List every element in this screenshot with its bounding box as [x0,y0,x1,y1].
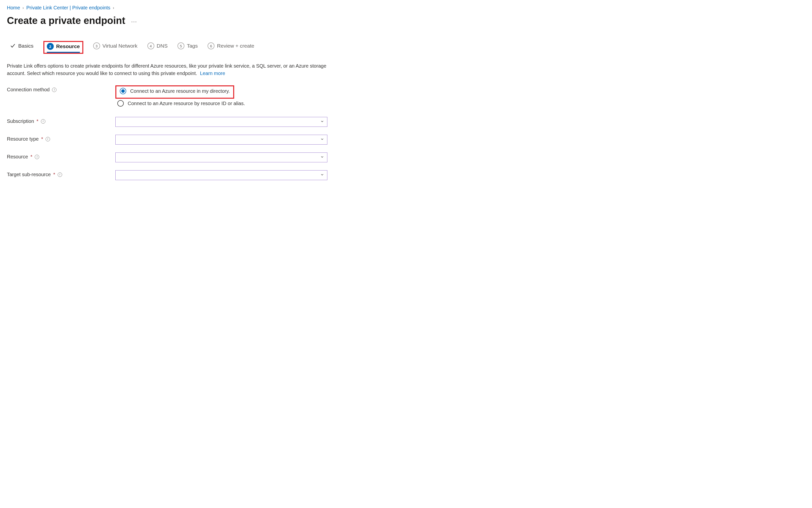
info-icon[interactable]: i [58,172,62,177]
label-target-sub-resource: Target sub-resource * i [7,170,115,177]
tab-label: Resource [56,43,80,49]
step-number-icon: 3 [93,42,100,49]
row-resource-type: Resource type * i [7,135,805,144]
chevron-down-icon [320,119,324,125]
description-text: Private Link offers options to create pr… [7,63,326,76]
radio-icon [120,88,126,94]
tab-review-create[interactable]: 6 Review + create [207,42,254,52]
required-asterisk: * [37,118,39,124]
required-asterisk: * [31,154,33,160]
page-title: Create a private endpoint [7,15,125,26]
learn-more-link[interactable]: Learn more [200,71,225,76]
info-icon[interactable]: i [35,155,39,159]
row-subscription: Subscription * i [7,117,805,127]
chevron-right-icon: › [113,6,114,10]
tab-virtual-network[interactable]: 3 Virtual Network [93,42,138,52]
breadcrumb: Home › Private Link Center | Private end… [7,5,805,11]
tab-label: DNS [157,43,168,49]
label-text: Target sub-resource [7,172,51,177]
dropdown-resource[interactable] [115,153,327,162]
row-target-sub-resource: Target sub-resource * i [7,170,805,180]
label-resource-type: Resource type * i [7,135,115,142]
tab-label: Review + create [217,43,254,49]
radio-connect-resource-id[interactable]: Connect to an Azure resource by resource… [115,99,327,108]
label-text: Connection method [7,87,50,92]
info-icon[interactable]: i [41,119,45,124]
label-text: Subscription [7,118,34,124]
checkmark-icon [10,43,16,49]
row-connection-method: Connection method i Connect to an Azure … [7,85,805,110]
required-asterisk: * [53,172,55,177]
wizard-tabs: Basics 2 Resource 3 Virtual Network 4 DN… [7,41,805,54]
chevron-right-icon: › [22,6,23,10]
dropdown-subscription[interactable] [115,117,327,127]
tab-description: Private Link offers options to create pr… [7,62,327,77]
label-resource: Resource * i [7,153,115,160]
breadcrumb-private-link-center[interactable]: Private Link Center | Private endpoints [27,5,110,11]
radio-label: Connect to an Azure resource by resource… [128,101,245,106]
dropdown-resource-type[interactable] [115,135,327,144]
title-row: Create a private endpoint ··· [7,15,805,26]
info-icon[interactable]: i [46,137,50,141]
tab-label: Tags [187,43,198,49]
tab-tags[interactable]: 5 Tags [178,42,198,52]
highlight-box: Connect to an Azure resource in my direc… [115,85,234,99]
radio-connect-directory[interactable]: Connect to an Azure resource in my direc… [118,86,232,96]
row-resource: Resource * i [7,153,805,162]
label-text: Resource type [7,136,39,142]
highlight-box: 2 Resource [43,41,83,54]
tab-label: Virtual Network [102,43,138,49]
tab-label: Basics [18,43,34,49]
chevron-down-icon [320,155,324,160]
step-number-icon: 5 [178,42,184,49]
breadcrumb-home[interactable]: Home [7,5,20,11]
step-number-icon: 6 [207,42,214,49]
required-asterisk: * [41,136,43,142]
label-text: Resource [7,154,28,160]
step-number-icon: 2 [47,43,54,50]
tab-basics[interactable]: Basics [10,43,34,52]
info-icon[interactable]: i [52,88,56,92]
label-subscription: Subscription * i [7,117,115,124]
step-number-icon: 4 [147,42,154,49]
radio-icon [117,100,124,107]
chevron-down-icon [320,173,324,178]
chevron-down-icon [320,137,324,142]
label-connection-method: Connection method i [7,85,115,92]
dropdown-target-sub-resource[interactable] [115,170,327,180]
more-actions-icon[interactable]: ··· [131,18,137,25]
tab-dns[interactable]: 4 DNS [147,42,168,52]
tab-resource[interactable]: 2 Resource [47,43,80,53]
radio-label: Connect to an Azure resource in my direc… [130,88,230,94]
